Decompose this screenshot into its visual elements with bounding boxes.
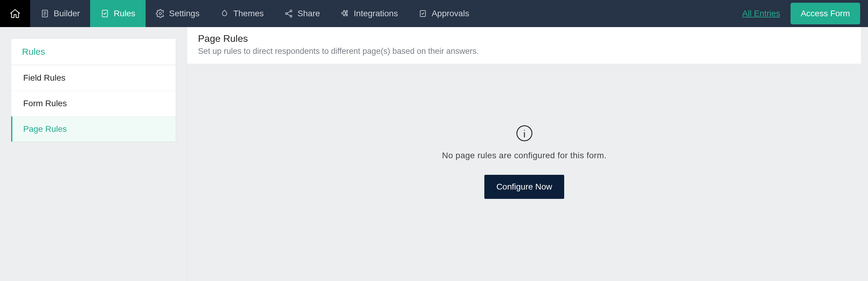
sidebar-item-form-rules[interactable]: Form Rules [11, 91, 176, 116]
info-icon [516, 124, 533, 142]
themes-icon [220, 9, 229, 18]
content-header: Page Rules Set up rules to direct respon… [187, 27, 861, 64]
content-body: No page rules are configured for this fo… [187, 64, 861, 281]
page-title: Page Rules [198, 33, 850, 44]
home-icon [9, 7, 21, 20]
nav-label: Approvals [432, 9, 469, 19]
page-subtitle: Set up rules to direct respondents to di… [198, 47, 850, 56]
sidebar-item-field-rules[interactable]: Field Rules [11, 65, 176, 91]
svg-line-10 [287, 14, 290, 16]
sidebar-item-page-rules[interactable]: Page Rules [11, 116, 176, 142]
top-nav: Builder Rules Settings [0, 0, 868, 27]
approvals-icon [418, 9, 427, 18]
nav-label: Settings [169, 9, 199, 19]
nav-share[interactable]: Share [274, 0, 330, 27]
content: Page Rules Set up rules to direct respon… [187, 27, 868, 281]
nav-label: Integrations [354, 9, 398, 19]
all-entries-link[interactable]: All Entries [742, 9, 780, 19]
sidebar-title: Rules [11, 39, 176, 65]
nav-label: Rules [114, 9, 135, 19]
svg-point-5 [159, 12, 161, 15]
access-form-button[interactable]: Access Form [790, 3, 860, 24]
integrations-icon [341, 9, 350, 18]
sidebar-item-label: Page Rules [23, 124, 67, 134]
sidebar-item-label: Form Rules [23, 99, 67, 108]
nav-label: Share [298, 9, 320, 19]
nav-integrations[interactable]: Integrations [330, 0, 408, 27]
nav-settings[interactable]: Settings [146, 0, 210, 27]
nav-approvals[interactable]: Approvals [408, 0, 479, 27]
home-button[interactable] [0, 0, 30, 27]
sidebar-wrap: Rules Field Rules Form Rules Page Rules [0, 27, 187, 281]
layout: Rules Field Rules Form Rules Page Rules … [0, 27, 868, 281]
empty-state-text: No page rules are configured for this fo… [442, 151, 607, 161]
gear-icon [156, 9, 165, 18]
svg-line-9 [287, 11, 290, 13]
sidebar-item-label: Field Rules [23, 73, 65, 82]
nav-rules[interactable]: Rules [90, 0, 146, 27]
nav-builder[interactable]: Builder [30, 0, 90, 27]
configure-now-button[interactable]: Configure Now [484, 175, 564, 199]
nav-label: Themes [233, 9, 264, 19]
rules-icon [100, 9, 110, 18]
nav-themes[interactable]: Themes [210, 0, 274, 27]
share-icon [284, 9, 293, 18]
nav-items: Builder Rules Settings [30, 0, 742, 27]
nav-label: Builder [54, 9, 80, 19]
builder-icon [40, 9, 50, 18]
sidebar: Rules Field Rules Form Rules Page Rules [11, 38, 176, 142]
nav-right: All Entries Access Form [742, 0, 868, 27]
